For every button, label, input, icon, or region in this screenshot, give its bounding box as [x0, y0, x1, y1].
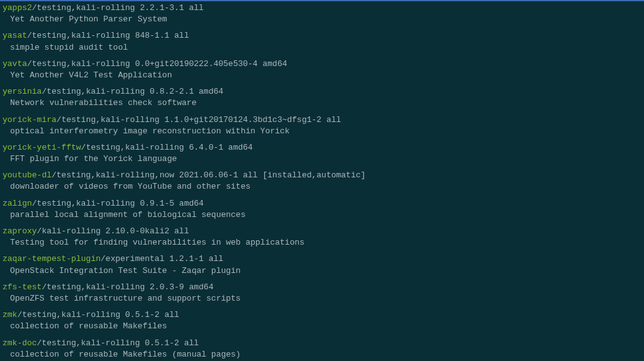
package-header: zfs-test/testing,kali-rolling 2.0.3-9 am… [3, 282, 641, 293]
package-entry: yapps2/testing,kali-rolling 2.2.1-3.1 al… [3, 3, 641, 25]
package-header: zaqar-tempest-plugin/experimental 1.2.1-… [3, 253, 641, 265]
package-entry: zaqar-tempest-plugin/experimental 1.2.1-… [3, 253, 641, 276]
package-meta: /testing,kali-rolling 0.0+git20190222.40… [27, 59, 287, 69]
package-meta: /testing,kali-rolling 848-1.1 all [27, 31, 189, 40]
package-name: zalign [3, 199, 32, 208]
package-entry: zfs-test/testing,kali-rolling 2.0.3-9 am… [3, 282, 641, 304]
package-description: FFT plugin for the Yorick language [3, 153, 641, 165]
package-entry: yorick-mira/testing,kali-rolling 1.1.0+g… [3, 114, 641, 137]
package-description: Yet Another Python Parser System [3, 14, 641, 25]
package-meta: /testing,kali-rolling 2.2.1-3.1 all [32, 3, 204, 13]
package-header: youtube-dl/testing,kali-rolling,now 2021… [3, 170, 641, 181]
package-meta: /testing,kali-rolling 0.9.1-5 amd64 [32, 199, 204, 208]
package-description: collection of reusable Makefiles (manual… [3, 349, 641, 360]
package-header: zalign/testing,kali-rolling 0.9.1-5 amd6… [3, 198, 641, 209]
package-header: zaproxy/kali-rolling 2.10.0-0kali2 all [3, 226, 641, 237]
package-description: Testing tool for finding vulnerabilities… [3, 237, 641, 248]
package-description: simple stupid audit tool [3, 42, 641, 53]
package-meta: /experimental 1.2.1-1 all [101, 254, 223, 264]
package-header: yersinia/testing,kali-rolling 0.8.2-2.1 … [3, 86, 641, 97]
package-meta: /testing,kali-rolling 0.5.1-2 all [17, 310, 179, 319]
package-entry: yasat/testing,kali-rolling 848-1.1 allsi… [3, 30, 641, 53]
package-description: Yet Another V4L2 Test Application [3, 70, 641, 81]
package-entry: zalign/testing,kali-rolling 0.9.1-5 amd6… [3, 198, 641, 221]
package-meta: /testing,kali-rolling 2.0.3-9 amd64 [42, 282, 213, 292]
package-name: yavta [3, 59, 27, 69]
package-description: OpenZFS test infrastructure and support … [3, 293, 641, 304]
package-entry: yersinia/testing,kali-rolling 0.8.2-2.1 … [3, 86, 641, 109]
package-description: collection of reusable Makefiles [3, 321, 641, 332]
package-meta: /testing,kali-rolling 1.1.0+git20170124.… [57, 115, 341, 125]
package-name: zmk [3, 310, 17, 319]
package-entry: yorick-yeti-fftw/testing,kali-rolling 6.… [3, 142, 641, 165]
package-entry: youtube-dl/testing,kali-rolling,now 2021… [3, 170, 641, 192]
package-entry: zmk/testing,kali-rolling 0.5.1-2 allcoll… [3, 309, 641, 332]
package-name: zaproxy [3, 226, 37, 236]
package-header: yorick-mira/testing,kali-rolling 1.1.0+g… [3, 114, 641, 126]
package-meta: /testing,kali-rolling 6.4.0-1 amd64 [81, 143, 253, 152]
package-description: parallel local alignment of biological s… [3, 209, 641, 221]
package-name: yasat [3, 31, 27, 40]
package-name: youtube-dl [3, 170, 52, 180]
package-header: zmk/testing,kali-rolling 0.5.1-2 all [3, 309, 641, 321]
package-header: yasat/testing,kali-rolling 848-1.1 all [3, 30, 641, 42]
package-name: yorick-mira [3, 115, 57, 125]
package-description: OpenStack Integration Test Suite - Zaqar… [3, 265, 641, 277]
package-entry: zmk-doc/testing,kali-rolling 0.5.1-2 all… [3, 338, 641, 360]
package-header: zmk-doc/testing,kali-rolling 0.5.1-2 all [3, 338, 641, 349]
package-description: downloader of videos from YouTube and ot… [3, 181, 641, 192]
package-name: zfs-test [3, 282, 42, 292]
package-name: yapps2 [3, 3, 32, 13]
package-header: yorick-yeti-fftw/testing,kali-rolling 6.… [3, 142, 641, 153]
package-description: Network vulnerabilities check software [3, 97, 641, 109]
package-name: zaqar-tempest-plugin [3, 254, 101, 264]
package-name: yersinia [3, 87, 42, 96]
terminal-output[interactable]: yapps2/testing,kali-rolling 2.2.1-3.1 al… [3, 3, 641, 361]
package-meta: /kali-rolling 2.10.0-0kali2 all [37, 226, 189, 236]
package-description: optical interferometry image reconstruct… [3, 126, 641, 137]
package-entry: yavta/testing,kali-rolling 0.0+git201902… [3, 58, 641, 81]
package-header: yapps2/testing,kali-rolling 2.2.1-3.1 al… [3, 3, 641, 14]
package-header: yavta/testing,kali-rolling 0.0+git201902… [3, 58, 641, 70]
package-entry: zaproxy/kali-rolling 2.10.0-0kali2 allTe… [3, 226, 641, 248]
package-meta: /testing,kali-rolling,now 2021.06.06-1 a… [52, 170, 365, 180]
package-name: yorick-yeti-fftw [3, 143, 81, 152]
package-meta: /testing,kali-rolling 0.5.1-2 all [37, 338, 199, 348]
package-name: zmk-doc [3, 338, 37, 348]
package-meta: /testing,kali-rolling 0.8.2-2.1 amd64 [42, 87, 223, 96]
